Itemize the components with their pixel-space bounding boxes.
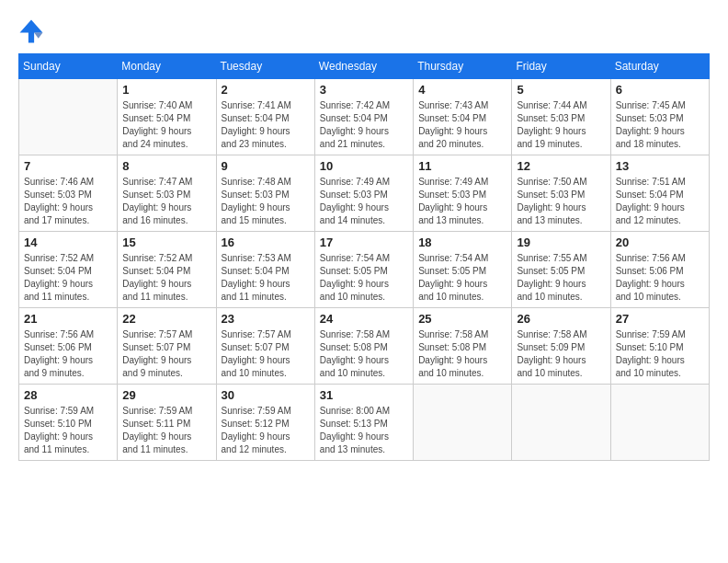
day-number: 5 <box>517 83 605 97</box>
header-day-wednesday: Wednesday <box>314 54 413 79</box>
logo-icon <box>18 18 44 44</box>
day-cell: 16Sunrise: 7:53 AMSunset: 5:04 PMDayligh… <box>216 232 314 308</box>
day-cell: 14Sunrise: 7:52 AMSunset: 5:04 PMDayligh… <box>19 232 118 308</box>
day-cell: 29Sunrise: 7:59 AMSunset: 5:11 PMDayligh… <box>118 385 216 461</box>
day-cell: 17Sunrise: 7:54 AMSunset: 5:05 PMDayligh… <box>314 232 413 308</box>
day-cell: 19Sunrise: 7:55 AMSunset: 5:05 PMDayligh… <box>512 232 610 308</box>
day-cell: 18Sunrise: 7:54 AMSunset: 5:05 PMDayligh… <box>414 232 512 308</box>
day-cell: 20Sunrise: 7:56 AMSunset: 5:06 PMDayligh… <box>610 232 709 308</box>
day-info: Sunrise: 7:47 AMSunset: 5:03 PMDaylight:… <box>122 176 210 227</box>
day-cell: 31Sunrise: 8:00 AMSunset: 5:13 PMDayligh… <box>314 385 413 461</box>
day-cell <box>19 79 118 155</box>
day-cell: 7Sunrise: 7:46 AMSunset: 5:03 PMDaylight… <box>19 155 118 232</box>
day-cell: 6Sunrise: 7:45 AMSunset: 5:03 PMDaylight… <box>610 79 709 155</box>
day-number: 24 <box>320 312 408 326</box>
day-number: 22 <box>122 312 210 326</box>
day-info: Sunrise: 7:57 AMSunset: 5:07 PMDaylight:… <box>122 328 210 380</box>
svg-marker-1 <box>34 33 42 39</box>
day-number: 21 <box>24 312 112 326</box>
day-number: 15 <box>122 236 210 249</box>
day-cell: 13Sunrise: 7:51 AMSunset: 5:04 PMDayligh… <box>610 155 709 232</box>
day-info: Sunrise: 7:52 AMSunset: 5:04 PMDaylight:… <box>24 252 112 304</box>
week-row-1: 1Sunrise: 7:40 AMSunset: 5:04 PMDaylight… <box>19 79 710 155</box>
day-info: Sunrise: 7:41 AMSunset: 5:04 PMDaylight:… <box>222 99 310 151</box>
day-cell: 21Sunrise: 7:56 AMSunset: 5:06 PMDayligh… <box>19 308 118 385</box>
day-cell: 11Sunrise: 7:49 AMSunset: 5:03 PMDayligh… <box>414 155 512 232</box>
day-number: 18 <box>418 236 506 249</box>
day-info: Sunrise: 7:52 AMSunset: 5:04 PMDaylight:… <box>122 252 210 304</box>
week-row-5: 28Sunrise: 7:59 AMSunset: 5:10 PMDayligh… <box>19 385 710 461</box>
week-row-4: 21Sunrise: 7:56 AMSunset: 5:06 PMDayligh… <box>19 308 710 385</box>
day-cell: 26Sunrise: 7:58 AMSunset: 5:09 PMDayligh… <box>512 308 610 385</box>
day-number: 19 <box>517 236 605 249</box>
day-cell <box>512 385 610 461</box>
day-cell: 9Sunrise: 7:48 AMSunset: 5:03 PMDaylight… <box>216 155 314 232</box>
day-info: Sunrise: 7:49 AMSunset: 5:03 PMDaylight:… <box>320 176 408 227</box>
day-info: Sunrise: 7:45 AMSunset: 5:03 PMDaylight:… <box>616 99 704 151</box>
day-info: Sunrise: 7:54 AMSunset: 5:05 PMDaylight:… <box>418 252 506 304</box>
header-day-tuesday: Tuesday <box>216 54 314 79</box>
calendar-table: SundayMondayTuesdayWednesdayThursdayFrid… <box>18 53 710 461</box>
day-info: Sunrise: 7:51 AMSunset: 5:04 PMDaylight:… <box>616 176 704 227</box>
header-day-saturday: Saturday <box>610 54 709 79</box>
day-cell: 12Sunrise: 7:50 AMSunset: 5:03 PMDayligh… <box>512 155 610 232</box>
day-info: Sunrise: 7:59 AMSunset: 5:10 PMDaylight:… <box>616 328 704 380</box>
day-number: 31 <box>320 388 408 402</box>
day-number: 2 <box>222 83 310 97</box>
day-info: Sunrise: 7:44 AMSunset: 5:03 PMDaylight:… <box>517 99 605 151</box>
day-cell: 27Sunrise: 7:59 AMSunset: 5:10 PMDayligh… <box>610 308 709 385</box>
day-cell: 5Sunrise: 7:44 AMSunset: 5:03 PMDaylight… <box>512 79 610 155</box>
day-cell: 23Sunrise: 7:57 AMSunset: 5:07 PMDayligh… <box>216 308 314 385</box>
day-number: 20 <box>616 236 704 249</box>
day-cell: 24Sunrise: 7:58 AMSunset: 5:08 PMDayligh… <box>314 308 413 385</box>
day-info: Sunrise: 8:00 AMSunset: 5:13 PMDaylight:… <box>320 405 408 456</box>
week-row-3: 14Sunrise: 7:52 AMSunset: 5:04 PMDayligh… <box>19 232 710 308</box>
day-cell: 15Sunrise: 7:52 AMSunset: 5:04 PMDayligh… <box>118 232 216 308</box>
header-day-friday: Friday <box>512 54 610 79</box>
day-cell: 3Sunrise: 7:42 AMSunset: 5:04 PMDaylight… <box>314 79 413 155</box>
day-number: 9 <box>222 159 310 173</box>
day-cell <box>610 385 709 461</box>
day-cell: 8Sunrise: 7:47 AMSunset: 5:03 PMDaylight… <box>118 155 216 232</box>
day-number: 11 <box>418 159 506 173</box>
day-cell: 28Sunrise: 7:59 AMSunset: 5:10 PMDayligh… <box>19 385 118 461</box>
header-day-monday: Monday <box>118 54 216 79</box>
day-number: 4 <box>418 83 506 97</box>
day-cell: 2Sunrise: 7:41 AMSunset: 5:04 PMDaylight… <box>216 79 314 155</box>
day-info: Sunrise: 7:42 AMSunset: 5:04 PMDaylight:… <box>320 99 408 151</box>
day-info: Sunrise: 7:46 AMSunset: 5:03 PMDaylight:… <box>24 176 112 227</box>
logo <box>18 18 48 44</box>
day-info: Sunrise: 7:48 AMSunset: 5:03 PMDaylight:… <box>222 176 310 227</box>
day-number: 3 <box>320 83 408 97</box>
day-number: 1 <box>122 83 210 97</box>
day-number: 28 <box>24 388 112 402</box>
day-info: Sunrise: 7:40 AMSunset: 5:04 PMDaylight:… <box>122 99 210 151</box>
day-info: Sunrise: 7:56 AMSunset: 5:06 PMDaylight:… <box>616 252 704 304</box>
day-info: Sunrise: 7:55 AMSunset: 5:05 PMDaylight:… <box>517 252 605 304</box>
day-number: 7 <box>24 159 112 173</box>
day-info: Sunrise: 7:59 AMSunset: 5:11 PMDaylight:… <box>122 405 210 456</box>
day-cell <box>414 385 512 461</box>
day-info: Sunrise: 7:58 AMSunset: 5:08 PMDaylight:… <box>418 328 506 380</box>
header-day-thursday: Thursday <box>414 54 512 79</box>
day-cell: 30Sunrise: 7:59 AMSunset: 5:12 PMDayligh… <box>216 385 314 461</box>
day-number: 10 <box>320 159 408 173</box>
day-number: 17 <box>320 236 408 249</box>
day-number: 23 <box>222 312 310 326</box>
day-cell: 4Sunrise: 7:43 AMSunset: 5:04 PMDaylight… <box>414 79 512 155</box>
day-cell: 22Sunrise: 7:57 AMSunset: 5:07 PMDayligh… <box>118 308 216 385</box>
day-info: Sunrise: 7:53 AMSunset: 5:04 PMDaylight:… <box>222 252 310 304</box>
day-number: 29 <box>122 388 210 402</box>
day-number: 30 <box>222 388 310 402</box>
day-cell: 1Sunrise: 7:40 AMSunset: 5:04 PMDaylight… <box>118 79 216 155</box>
day-info: Sunrise: 7:57 AMSunset: 5:07 PMDaylight:… <box>222 328 310 380</box>
day-cell: 25Sunrise: 7:58 AMSunset: 5:08 PMDayligh… <box>414 308 512 385</box>
day-number: 27 <box>616 312 704 326</box>
day-number: 16 <box>222 236 310 249</box>
day-number: 26 <box>517 312 605 326</box>
header-day-sunday: Sunday <box>19 54 118 79</box>
header <box>18 18 710 44</box>
day-info: Sunrise: 7:58 AMSunset: 5:09 PMDaylight:… <box>517 328 605 380</box>
page-container: SundayMondayTuesdayWednesdayThursdayFrid… <box>18 18 710 461</box>
day-info: Sunrise: 7:56 AMSunset: 5:06 PMDaylight:… <box>24 328 112 380</box>
